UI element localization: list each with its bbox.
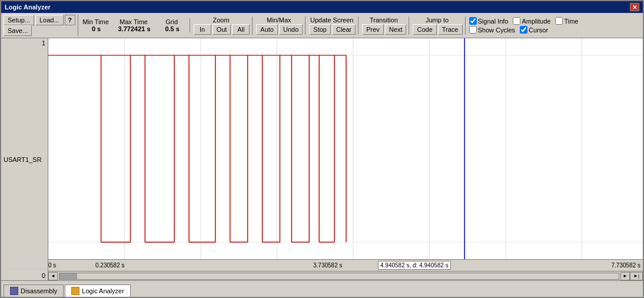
time-label: Time [564, 18, 578, 25]
scroll-end-button[interactable]: ►| [630, 272, 643, 280]
undo-button[interactable]: Undo [279, 24, 303, 35]
save-button[interactable]: Save... [4, 25, 32, 36]
cursor-label: Cursor [529, 27, 548, 34]
signal-info-checkbox-label[interactable]: Signal Info [469, 17, 509, 25]
tab-logic-analyzer[interactable]: Logic Analyzer [65, 284, 131, 297]
auto-button[interactable]: Auto [256, 24, 278, 35]
title-bar: Logic Analyzer ✕ [1, 1, 643, 13]
tab-logic-analyzer-label: Logic Analyzer [82, 287, 124, 294]
file-group: Setup... Load... ? Save... [4, 15, 78, 36]
close-button[interactable]: ✕ [630, 3, 639, 11]
scroll-right-button[interactable]: ► [620, 272, 630, 280]
stop-button[interactable]: Stop [309, 24, 331, 35]
max-time-value: 3.772421 s [118, 25, 151, 32]
cursor-checkbox-label[interactable]: Cursor [520, 26, 548, 34]
signal-name: USART1_SR [1, 50, 48, 269]
amplitude-checkbox[interactable] [513, 17, 520, 25]
tab-disassembly[interactable]: Disassembly [4, 284, 64, 297]
show-cycles-checkbox[interactable] [469, 26, 477, 34]
minmax-label: Min/Max [267, 16, 291, 24]
scrollbar-thumb[interactable] [59, 273, 77, 279]
time-end: 7.730582 s [612, 262, 641, 269]
waveform-area[interactable]: 0 s 0.230582 s 3.730582 s 4.940582 s, d:… [48, 38, 643, 280]
minmax-group: Min/Max Auto Undo [256, 16, 306, 35]
load-button[interactable]: Load... [35, 15, 64, 25]
time-checkbox-label[interactable]: Time [555, 17, 578, 25]
jump-to-label: Jump to [426, 16, 449, 24]
show-cycles-label: Show Cycles [478, 27, 516, 34]
logic-analyzer-window: Logic Analyzer ✕ Setup... Load... ? Save… [0, 0, 644, 298]
help-button[interactable]: ? [65, 15, 75, 25]
signal-bottom-value: 0 [1, 269, 48, 280]
code-button[interactable]: Code [413, 24, 436, 35]
min-time-value: 0 s [82, 25, 111, 32]
transition-group: Transition Prev Next [362, 16, 409, 35]
max-time-label: Max Time [119, 18, 148, 25]
scroll-left-button[interactable]: ◄ [48, 272, 58, 280]
time-t1: 0.230582 s [95, 262, 125, 269]
window-title: Logic Analyzer [5, 4, 51, 11]
time-cursor: 4.940582 s, d: 4.940582 s [378, 261, 451, 270]
amplitude-label: Amplitude [522, 18, 550, 25]
grid-label: Grid [165, 18, 178, 25]
time-axis: 0 s 0.230582 s 3.730582 s 4.940582 s, d:… [48, 259, 643, 271]
disassembly-icon [10, 287, 18, 295]
prev-button[interactable]: Prev [362, 24, 384, 35]
update-screen-label: Update Screen [310, 16, 353, 24]
main-area: 1 USART1_SR 0 [1, 38, 643, 280]
options-group: Signal Info Amplitude Time Show Cycles [469, 17, 581, 34]
waveform-svg [48, 38, 643, 259]
show-cycles-checkbox-label[interactable]: Show Cycles [469, 26, 516, 34]
time-checkbox[interactable] [555, 17, 563, 25]
amplitude-checkbox-label[interactable]: Amplitude [513, 17, 550, 25]
jump-group: Jump to Code Trace [413, 16, 465, 35]
zoom-in-button[interactable]: In [194, 24, 211, 35]
signal-info-checkbox[interactable] [469, 17, 477, 25]
cursor-checkbox[interactable] [520, 26, 527, 34]
logic-analyzer-icon [71, 287, 79, 295]
zoom-out-button[interactable]: Out [213, 24, 231, 35]
time-t2: 3.730582 s [313, 262, 343, 269]
update-group: Update Screen Stop Clear [309, 16, 358, 35]
signal-info-label: Signal Info [478, 18, 509, 25]
min-time-label: Min Time [82, 18, 109, 25]
time-group: Min Time 0 s Max Time 3.772421 s Grid 0.… [82, 18, 190, 32]
clear-button[interactable]: Clear [332, 24, 356, 35]
setup-button[interactable]: Setup... [4, 15, 34, 25]
signal-labels: 1 USART1_SR 0 [1, 38, 48, 280]
trace-button[interactable]: Trace [438, 24, 463, 35]
signal-top-value: 1 [1, 38, 48, 50]
bottom-tabs: Disassembly Logic Analyzer [1, 280, 643, 297]
time-start: 0 s [48, 262, 56, 269]
toolbar: Setup... Load... ? Save... Min Time 0 s … [1, 13, 643, 38]
waveform-canvas[interactable] [48, 38, 643, 259]
scrollbar: ◄ ► ►| [48, 271, 643, 280]
next-button[interactable]: Next [385, 24, 407, 35]
zoom-all-button[interactable]: All [232, 24, 250, 35]
transition-label: Transition [370, 16, 398, 24]
zoom-label: Zoom [213, 16, 229, 24]
grid-value: 0.5 s [158, 25, 187, 32]
tab-disassembly-label: Disassembly [21, 287, 57, 294]
scrollbar-track[interactable] [59, 273, 619, 280]
zoom-group: Zoom In Out All [194, 16, 253, 35]
file-buttons: Setup... Load... ? Save... [4, 15, 75, 36]
